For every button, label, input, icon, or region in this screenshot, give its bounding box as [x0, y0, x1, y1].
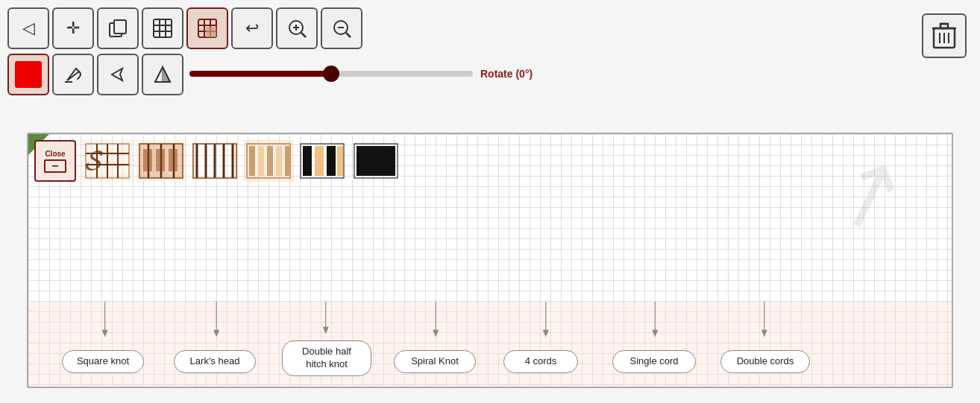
square-knot-thumb: 𝓢	[82, 140, 133, 182]
connector-lines	[28, 302, 952, 387]
close-label: Close	[45, 150, 65, 158]
zoom-out-button[interactable]	[321, 7, 362, 49]
double-cords-label: Double cords	[720, 350, 810, 373]
svg-marker-23	[163, 67, 170, 82]
svg-line-19	[346, 33, 351, 37]
svg-rect-58	[258, 146, 264, 176]
svg-marker-80	[543, 330, 549, 337]
delete-button[interactable]	[922, 13, 967, 58]
close-minus-icon: −	[44, 159, 66, 173]
svg-rect-70	[356, 146, 395, 176]
larks-head-thumb	[136, 140, 186, 182]
larks-head-label: Lark's head	[174, 350, 256, 373]
color-picker-button[interactable]	[7, 54, 49, 95]
close-button[interactable]: Close −	[34, 140, 76, 182]
svg-marker-84	[761, 330, 767, 337]
grid-active-tool-button[interactable]	[186, 7, 228, 49]
svg-rect-64	[303, 146, 312, 176]
svg-rect-27	[940, 24, 948, 28]
svg-rect-46	[156, 149, 165, 171]
toolbar-row-2: Rotate (0°)	[7, 54, 533, 95]
knot-thumbnails: 𝓢	[82, 140, 401, 182]
svg-marker-78	[433, 330, 439, 337]
svg-marker-76	[323, 327, 329, 334]
svg-rect-60	[276, 146, 282, 176]
svg-marker-74	[213, 330, 219, 337]
triangle-tool-button[interactable]	[142, 54, 183, 95]
undo-button[interactable]: ↩	[231, 7, 273, 49]
single-cord-thumb	[351, 140, 401, 182]
spiral-knot-thumb	[243, 140, 294, 182]
rotate-label: Rotate (0°)	[480, 68, 533, 80]
svg-rect-2	[154, 19, 172, 37]
svg-rect-45	[143, 149, 152, 171]
svg-rect-57	[249, 146, 255, 176]
4-cords-label: 4 cords	[503, 350, 578, 373]
spiral-knot-label: Spiral Knot	[394, 350, 476, 373]
toolbar: ◁ ✛	[7, 7, 533, 95]
canvas-area[interactable]: ↗ Close − 𝓢	[27, 133, 953, 388]
double-half-hitch-label: Double halfhitch knot	[282, 340, 371, 376]
rotate-slider[interactable]	[189, 71, 473, 77]
rotate-control: Rotate (0°)	[189, 52, 533, 95]
svg-text:𝓢: 𝓢	[85, 145, 103, 176]
svg-rect-1	[114, 20, 126, 34]
svg-rect-61	[285, 146, 289, 176]
svg-marker-72	[102, 330, 108, 337]
svg-rect-59	[267, 146, 273, 176]
svg-rect-12	[206, 27, 216, 37]
svg-rect-67	[337, 146, 343, 176]
annotation-area: Square knot Lark's head Double halfhitch…	[28, 301, 952, 387]
svg-marker-82	[652, 330, 658, 337]
svg-line-16	[301, 33, 306, 37]
toolbar-row-1: ◁ ✛	[7, 7, 533, 49]
move-tool-button[interactable]: ✛	[52, 7, 94, 49]
single-cord-label: Single cord	[612, 350, 696, 373]
copy-tool-button[interactable]	[97, 7, 139, 49]
square-knot-label: Square knot	[62, 350, 144, 373]
color-swatch	[15, 61, 42, 88]
svg-marker-21	[112, 69, 122, 80]
select-tool-button[interactable]: ◁	[7, 7, 49, 49]
svg-rect-66	[327, 146, 336, 176]
double-half-hitch-thumb	[189, 140, 240, 182]
zoom-in-button[interactable]	[276, 7, 318, 49]
svg-rect-65	[315, 146, 324, 176]
4cords-thumb	[297, 140, 348, 182]
svg-rect-47	[169, 149, 178, 171]
arrow-tool-button[interactable]	[97, 54, 139, 95]
grid-tool-button[interactable]	[142, 7, 183, 49]
fill-tool-button[interactable]	[52, 54, 94, 95]
